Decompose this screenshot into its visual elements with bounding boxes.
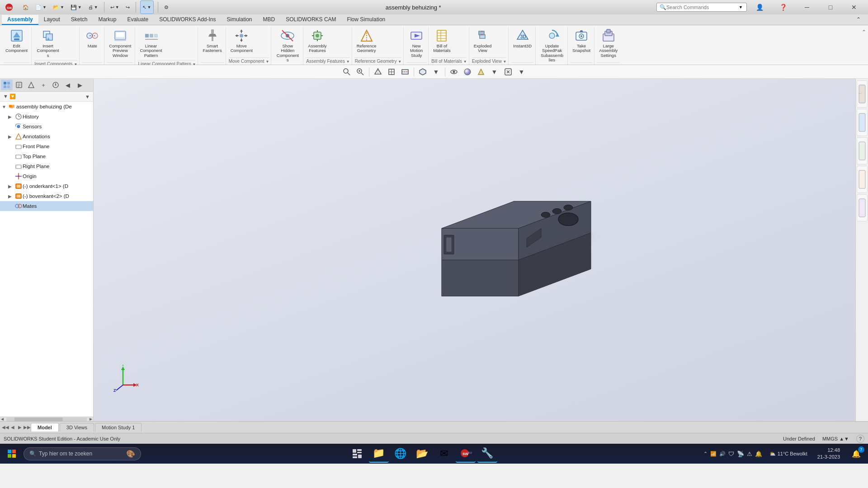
tab-flow-simulation[interactable]: Flow Simulation [342,15,391,25]
tree-root[interactable]: ▼ assembly behuizing (De [0,102,93,112]
instant3d-button[interactable]: 3D Instant3D [511,27,533,50]
tree-item-origin[interactable]: Origin [0,171,93,181]
view-3d-button[interactable] [417,66,429,77]
tray-icon-4[interactable]: 🔔 [755,450,762,457]
tray-volume[interactable]: 🔊 [719,451,726,457]
right-panel-btn-1[interactable]: ... [857,80,868,108]
assembly-features-button[interactable]: AssemblyFeatures [306,27,328,55]
tree-item-annotations[interactable]: ▶ Annotations [0,131,93,141]
tray-icon-1[interactable]: 🛡 [728,450,734,457]
user-button[interactable]: 👤 [750,0,770,14]
search-commands[interactable]: 🔍 ▼ [656,3,747,12]
redo-button[interactable]: ↪ [124,0,132,14]
tab-3d-views[interactable]: 3D Views [60,423,94,432]
tab-model[interactable]: Model [31,423,59,432]
tree-item-front-plane[interactable]: Front Plane [0,141,93,151]
undo-button[interactable]: ↩▼ [108,0,121,14]
tab-collapse[interactable]: ⌃ [851,15,866,25]
large-assembly-button[interactable]: LargeAssemblySettings [597,27,619,59]
display-manager-button[interactable] [50,80,61,90]
weather-widget[interactable]: ⛅ 11°C Bewolkt [766,449,811,459]
view-more-button[interactable]: ▼ [516,66,528,77]
print-button[interactable]: 🖨▼ [86,0,100,14]
tab-sketch[interactable]: Sketch [66,15,93,25]
update-speedpak-button[interactable]: UpdateSpeedPakSubassemblies [538,27,566,64]
tray-icon-2[interactable]: 📡 [737,450,744,457]
tray-chevron[interactable]: ⌃ [703,451,708,457]
taskbar-app-taskview[interactable] [347,445,367,463]
notification-button[interactable]: 🔔 7 [846,445,866,463]
bill-of-materials-button[interactable]: Bill ofMaterials [431,27,453,55]
tab-markup[interactable]: Markup [93,15,122,25]
mate-button[interactable]: Mate [82,27,102,50]
tree-horizontal-scrollbar[interactable]: ◀ ▶ [0,417,93,421]
next-button[interactable]: ▶ [74,80,86,90]
right-panel-btn-4[interactable] [857,166,868,193]
view-orient-button[interactable] [372,66,384,77]
tab-nav-left1[interactable]: ◀◀ [2,423,9,432]
tree-item-mates[interactable]: Mates [0,201,93,211]
tree-item-top-plane[interactable]: Top Plane [0,151,93,161]
start-button[interactable] [2,445,22,463]
tab-simulation[interactable]: Simulation [222,15,258,25]
tree-item-sensors[interactable]: Sensors [0,122,93,131]
view-section-button[interactable] [399,66,411,77]
taskbar-app-explorer[interactable]: 📁 [369,445,389,463]
feature-tree-button[interactable] [1,80,13,90]
tree-item-history[interactable]: ▶ History [0,112,93,122]
scroll-thumb[interactable] [14,418,63,421]
minimize-button[interactable]: ─ [797,0,817,14]
filter-button[interactable]: ▼ 🔽 [2,93,17,100]
right-panel-btn-5[interactable] [857,194,868,221]
tab-solidworks-cam[interactable]: SOLIDWORKS CAM [280,15,341,25]
filter-expand[interactable]: ▼ [84,94,91,100]
tree-item-right-plane[interactable]: Right Plane [0,161,93,171]
help-button[interactable]: ❓ [773,0,794,14]
tab-assembly[interactable]: Assembly [2,15,38,25]
taskbar-app-sw[interactable]: SW2022 [456,445,476,463]
viewport[interactable]: Y X Z ... [94,79,868,421]
tree-item-bovenkant[interactable]: ▶ (-) bovenkant<2> (D [0,191,93,201]
right-panel-btn-2[interactable] [857,109,868,136]
tab-motion-study-1[interactable]: Motion Study 1 [95,423,142,432]
show-hidden-button[interactable]: ShowHiddenComponents [274,27,301,64]
options-button[interactable]: ⚙ [162,0,170,14]
edit-component-button[interactable]: EditComponent [4,27,29,55]
view-appearance-button[interactable] [462,66,473,77]
search-input[interactable] [666,5,739,10]
close-button[interactable]: ✕ [844,0,864,14]
linear-pattern-button[interactable]: LinearComponentPattern [138,27,164,59]
configuration-manager-button[interactable] [25,80,37,90]
reference-geometry-button[interactable]: ReferenceGeometry [355,27,378,55]
search-dropdown-icon[interactable]: ▼ [739,5,743,9]
home-button[interactable]: 🏠 [21,0,31,14]
ribbon-collapse-button[interactable]: ⌃ [862,29,866,35]
zoom-to-fit-button[interactable] [341,66,353,77]
select-button[interactable]: ↖▼ [140,0,154,14]
insert-components-button[interactable]: + InsertComponents [34,27,61,59]
component-preview-button[interactable]: ComponentPreviewWindow [107,27,133,59]
clock-display[interactable]: 12:48 21-3-2023 [815,446,843,462]
tray-network[interactable]: 📶 [710,451,717,457]
new-motion-study-button[interactable]: NewMotionStudy [406,27,426,59]
maximize-button[interactable]: □ [820,0,841,14]
prev-button[interactable]: ◀ [62,80,74,90]
tab-evaluate[interactable]: Evaluate [122,15,154,25]
tree-item-onderkant[interactable]: ▶ (-) onderkant<1> (D [0,181,93,191]
tab-layout[interactable]: Layout [38,15,66,25]
tray-icon-3[interactable]: ⚠ [747,450,752,457]
taskbar-app-files[interactable]: 📂 [412,445,432,463]
tab-mbd[interactable]: MBD [258,15,281,25]
new-button[interactable]: 📄▼ [33,0,48,14]
move-component-button[interactable]: MoveComponent [229,27,255,55]
property-manager-button[interactable] [13,80,25,90]
right-panel-btn-3[interactable] [857,137,868,164]
scroll-left-button[interactable]: ◀ [0,417,5,421]
zoom-button[interactable] [354,66,366,77]
taskbar-app-mail[interactable]: ✉ [434,445,454,463]
view-render-button[interactable] [475,66,487,77]
taskbar-app-chrome[interactable]: 🌐 [391,445,410,463]
tab-solidworks-addins[interactable]: SOLIDWORKS Add-Ins [154,15,221,25]
view-display-mode-button[interactable]: ▼ [489,66,500,77]
exploded-view-button[interactable]: ExplodedView [472,27,494,55]
